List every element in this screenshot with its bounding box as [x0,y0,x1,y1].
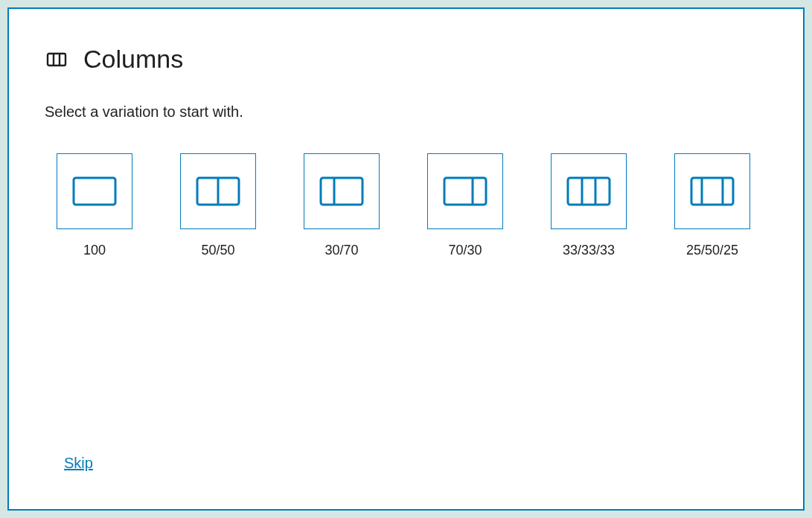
variation-label: 70/30 [448,243,482,258]
variation-100[interactable]: 100 [57,153,132,258]
variation-label: 100 [83,243,106,258]
variation-50-50-icon [180,153,256,229]
variation-33-33-33[interactable]: 33/33/33 [551,153,627,258]
columns-block-placeholder: Columns Select a variation to start with… [7,7,805,511]
svg-rect-8 [444,178,486,205]
variation-label: 25/50/25 [686,243,738,258]
variation-70-30-icon [427,153,503,229]
header: Columns [45,45,767,74]
variation-label: 50/50 [201,243,234,258]
svg-rect-10 [568,178,610,205]
variation-25-50-25[interactable]: 25/50/25 [674,153,750,258]
variation-30-70[interactable]: 30/70 [304,153,380,258]
svg-rect-0 [48,54,65,65]
variation-25-50-25-icon [674,153,750,229]
variation-label: 33/33/33 [563,243,615,258]
variation-label: 30/70 [325,243,358,258]
instruction-text: Select a variation to start with. [45,103,767,121]
columns-icon [45,48,68,71]
variation-picker: 100 50/50 30/70 [57,153,767,258]
variation-70-30[interactable]: 70/30 [427,153,503,258]
skip-button[interactable]: Skip [64,455,93,472]
variation-30-70-icon [304,153,380,229]
svg-rect-13 [691,178,733,205]
svg-rect-6 [321,178,362,205]
variation-50-50[interactable]: 50/50 [180,153,256,258]
block-title: Columns [83,45,183,74]
variation-33-33-33-icon [551,153,627,229]
variation-100-icon [57,153,132,229]
svg-rect-3 [74,178,115,205]
